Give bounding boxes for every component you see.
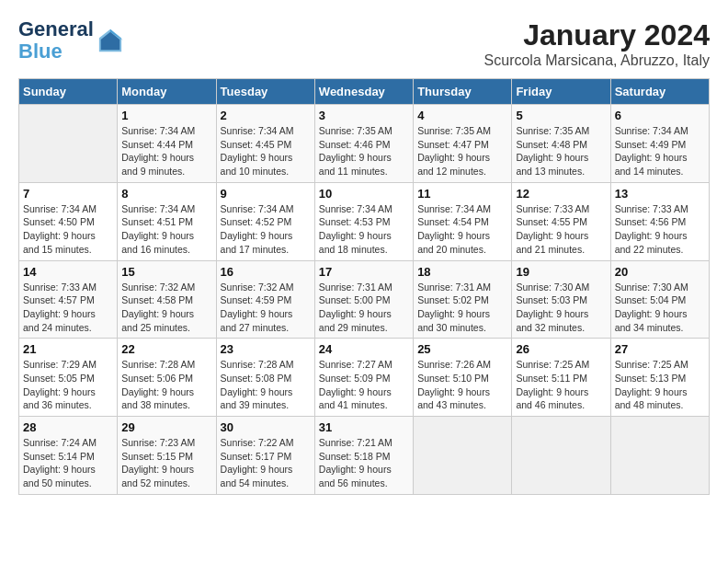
calendar-cell: 16Sunrise: 7:32 AMSunset: 4:59 PMDayligh…: [216, 260, 314, 339]
day-number: 6: [615, 109, 705, 122]
day-info: Sunrise: 7:31 AMSunset: 5:00 PMDaylight:…: [319, 281, 409, 335]
calendar-cell: 23Sunrise: 7:28 AMSunset: 5:08 PMDayligh…: [216, 339, 314, 417]
day-info: Sunrise: 7:33 AMSunset: 4:57 PMDaylight:…: [23, 281, 113, 335]
day-info: Sunrise: 7:25 AMSunset: 5:11 PMDaylight:…: [516, 358, 606, 412]
calendar-cell: 22Sunrise: 7:28 AMSunset: 5:06 PMDayligh…: [118, 339, 216, 417]
calendar-cell: 5Sunrise: 7:35 AMSunset: 4:48 PMDaylight…: [512, 105, 610, 183]
calendar-cell: 10Sunrise: 7:34 AMSunset: 4:53 PMDayligh…: [314, 182, 413, 260]
day-info: Sunrise: 7:31 AMSunset: 5:02 PMDaylight:…: [417, 281, 507, 335]
calendar-cell: 15Sunrise: 7:32 AMSunset: 4:58 PMDayligh…: [118, 260, 216, 339]
day-info: Sunrise: 7:34 AMSunset: 4:44 PMDaylight:…: [121, 124, 211, 178]
day-info: Sunrise: 7:35 AMSunset: 4:46 PMDaylight:…: [319, 124, 409, 178]
calendar-week-row: 1Sunrise: 7:34 AMSunset: 4:44 PMDaylight…: [19, 105, 710, 183]
calendar-week-row: 21Sunrise: 7:29 AMSunset: 5:05 PMDayligh…: [19, 339, 710, 417]
day-number: 31: [319, 420, 409, 434]
calendar-cell: 12Sunrise: 7:33 AMSunset: 4:55 PMDayligh…: [512, 182, 610, 260]
day-info: Sunrise: 7:34 AMSunset: 4:50 PMDaylight:…: [23, 202, 113, 257]
day-info: Sunrise: 7:25 AMSunset: 5:13 PMDaylight:…: [615, 358, 705, 412]
day-info: Sunrise: 7:27 AMSunset: 5:09 PMDaylight:…: [319, 358, 409, 412]
day-of-week-header: Monday: [118, 79, 216, 105]
day-info: Sunrise: 7:34 AMSunset: 4:49 PMDaylight:…: [615, 124, 705, 178]
day-info: Sunrise: 7:35 AMSunset: 4:48 PMDaylight:…: [516, 124, 606, 178]
calendar-cell: 4Sunrise: 7:35 AMSunset: 4:47 PMDaylight…: [414, 105, 512, 183]
day-number: 19: [516, 265, 606, 279]
day-info: Sunrise: 7:34 AMSunset: 4:54 PMDaylight:…: [417, 202, 507, 257]
day-number: 26: [516, 342, 606, 356]
day-number: 3: [319, 109, 409, 122]
day-number: 30: [221, 420, 311, 434]
calendar-cell: 1Sunrise: 7:34 AMSunset: 4:44 PMDaylight…: [118, 105, 216, 183]
day-info: Sunrise: 7:22 AMSunset: 5:17 PMDaylight:…: [221, 436, 311, 490]
calendar-body: 1Sunrise: 7:34 AMSunset: 4:44 PMDaylight…: [19, 105, 710, 495]
calendar-cell: 7Sunrise: 7:34 AMSunset: 4:50 PMDaylight…: [19, 182, 118, 260]
day-info: Sunrise: 7:28 AMSunset: 5:08 PMDaylight:…: [221, 358, 311, 412]
day-number: 9: [221, 187, 311, 201]
day-of-week-header: Friday: [512, 79, 610, 105]
calendar-cell: 6Sunrise: 7:34 AMSunset: 4:49 PMDaylight…: [610, 105, 709, 183]
logo-icon: [97, 28, 123, 53]
day-of-week-header: Saturday: [610, 79, 709, 105]
calendar-cell: 30Sunrise: 7:22 AMSunset: 5:17 PMDayligh…: [216, 417, 314, 495]
day-info: Sunrise: 7:28 AMSunset: 5:06 PMDaylight:…: [121, 358, 211, 412]
day-number: 12: [516, 187, 606, 201]
sub-title: Scurcola Marsicana, Abruzzo, Italy: [484, 52, 710, 69]
day-number: 16: [221, 265, 311, 279]
day-number: 22: [121, 342, 211, 356]
day-info: Sunrise: 7:34 AMSunset: 4:45 PMDaylight:…: [221, 124, 311, 178]
day-number: 7: [23, 187, 113, 201]
day-number: 28: [23, 420, 113, 434]
day-info: Sunrise: 7:30 AMSunset: 5:03 PMDaylight:…: [516, 281, 606, 335]
day-info: Sunrise: 7:34 AMSunset: 4:53 PMDaylight:…: [319, 202, 409, 257]
day-of-week-header: Thursday: [414, 79, 512, 105]
calendar-cell: 14Sunrise: 7:33 AMSunset: 4:57 PMDayligh…: [19, 260, 118, 339]
day-info: Sunrise: 7:33 AMSunset: 4:55 PMDaylight:…: [516, 202, 606, 257]
calendar-cell: [19, 105, 118, 183]
day-of-week-header: Wednesday: [314, 79, 413, 105]
title-block: January 2024 Scurcola Marsicana, Abruzzo…: [484, 18, 710, 69]
calendar-cell: 19Sunrise: 7:30 AMSunset: 5:03 PMDayligh…: [512, 260, 610, 339]
calendar-cell: 13Sunrise: 7:33 AMSunset: 4:56 PMDayligh…: [610, 182, 709, 260]
calendar-cell: 31Sunrise: 7:21 AMSunset: 5:18 PMDayligh…: [314, 417, 413, 495]
calendar-cell: 11Sunrise: 7:34 AMSunset: 4:54 PMDayligh…: [414, 182, 512, 260]
calendar-cell: [610, 417, 709, 495]
day-number: 24: [319, 342, 409, 356]
day-info: Sunrise: 7:26 AMSunset: 5:10 PMDaylight:…: [417, 358, 507, 412]
calendar-cell: 18Sunrise: 7:31 AMSunset: 5:02 PMDayligh…: [414, 260, 512, 339]
calendar-week-row: 7Sunrise: 7:34 AMSunset: 4:50 PMDaylight…: [19, 182, 710, 260]
calendar-header-row: SundayMondayTuesdayWednesdayThursdayFrid…: [19, 79, 710, 105]
calendar-week-row: 14Sunrise: 7:33 AMSunset: 4:57 PMDayligh…: [19, 260, 710, 339]
calendar-cell: 17Sunrise: 7:31 AMSunset: 5:00 PMDayligh…: [314, 260, 413, 339]
calendar-cell: 9Sunrise: 7:34 AMSunset: 4:52 PMDaylight…: [216, 182, 314, 260]
day-number: 5: [516, 109, 606, 122]
calendar-cell: 3Sunrise: 7:35 AMSunset: 4:46 PMDaylight…: [314, 105, 413, 183]
day-info: Sunrise: 7:35 AMSunset: 4:47 PMDaylight:…: [417, 124, 507, 178]
day-of-week-header: Sunday: [19, 79, 118, 105]
day-number: 8: [121, 187, 211, 201]
day-info: Sunrise: 7:29 AMSunset: 5:05 PMDaylight:…: [23, 358, 113, 412]
day-number: 10: [319, 187, 409, 201]
day-of-week-header: Tuesday: [216, 79, 314, 105]
page-header: GeneralBlue January 2024 Scurcola Marsic…: [18, 18, 710, 69]
calendar-cell: [512, 417, 610, 495]
day-number: 21: [23, 342, 113, 356]
logo-text: GeneralBlue: [18, 18, 94, 63]
calendar-cell: 20Sunrise: 7:30 AMSunset: 5:04 PMDayligh…: [610, 260, 709, 339]
day-number: 1: [121, 109, 211, 122]
day-info: Sunrise: 7:34 AMSunset: 4:51 PMDaylight:…: [121, 202, 211, 257]
calendar-cell: 8Sunrise: 7:34 AMSunset: 4:51 PMDaylight…: [118, 182, 216, 260]
day-number: 14: [23, 265, 113, 279]
calendar-cell: 29Sunrise: 7:23 AMSunset: 5:15 PMDayligh…: [118, 417, 216, 495]
day-info: Sunrise: 7:24 AMSunset: 5:14 PMDaylight:…: [23, 436, 113, 490]
day-info: Sunrise: 7:21 AMSunset: 5:18 PMDaylight:…: [319, 436, 409, 490]
day-info: Sunrise: 7:23 AMSunset: 5:15 PMDaylight:…: [121, 436, 211, 490]
main-title: January 2024: [484, 18, 710, 52]
day-number: 15: [121, 265, 211, 279]
calendar-cell: 25Sunrise: 7:26 AMSunset: 5:10 PMDayligh…: [414, 339, 512, 417]
calendar-cell: 26Sunrise: 7:25 AMSunset: 5:11 PMDayligh…: [512, 339, 610, 417]
day-number: 4: [417, 109, 507, 122]
day-number: 17: [319, 265, 409, 279]
calendar-cell: 2Sunrise: 7:34 AMSunset: 4:45 PMDaylight…: [216, 105, 314, 183]
day-number: 23: [221, 342, 311, 356]
day-number: 11: [417, 187, 507, 201]
calendar-cell: 21Sunrise: 7:29 AMSunset: 5:05 PMDayligh…: [19, 339, 118, 417]
